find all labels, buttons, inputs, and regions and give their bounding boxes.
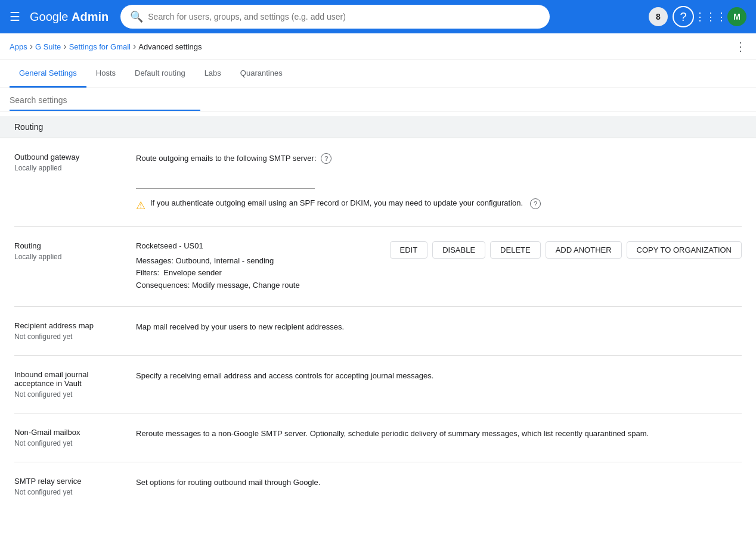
breadcrumb-chevron-2: › (63, 41, 66, 52)
inbound-email-journal-label: Inbound email journal acceptance in Vaul… (14, 370, 122, 399)
search-settings-bar (0, 88, 756, 111)
breadcrumb: Apps › G Suite › Settings for Gmail › Ad… (0, 33, 756, 60)
routing-filters: Filters: Envelope sender (136, 267, 300, 279)
user-avatar[interactable]: M (727, 7, 746, 26)
tab-quarantines[interactable]: Quarantines (231, 60, 292, 88)
breadcrumb-settings-gmail[interactable]: Settings for Gmail (69, 42, 131, 51)
non-gmail-mailbox-content: Reroute messages to a non-Google SMTP se… (136, 428, 742, 447)
nav-right-actions: 8 ? ⋮⋮⋮ M (649, 5, 746, 29)
outbound-gateway-label: Outbound gateway Locally applied (14, 153, 122, 212)
routing-messages: Messages: Outbound, Internal - sending (136, 255, 300, 268)
recipient-address-map-content: Map mail received by your users to new r… (136, 321, 742, 341)
warning-text: If you authenticate outgoing email using… (150, 198, 523, 207)
routing-consequences: Consequences: Modify message, Change rou… (136, 279, 300, 292)
spf-warning-box: ⚠ If you authenticate outgoing email usi… (136, 198, 742, 212)
warning-icon: ⚠ (136, 199, 145, 212)
copy-to-org-button[interactable]: COPY TO ORGANIZATION (627, 241, 742, 259)
smtp-relay-service-row: SMTP relay service Not configured yet Se… (14, 462, 742, 511)
more-options-icon[interactable]: ⋮ (735, 39, 746, 54)
outbound-gateway-help-icon[interactable]: ? (321, 153, 331, 164)
inbound-email-journal-row: Inbound email journal acceptance in Vaul… (14, 356, 742, 413)
breadcrumb-current: Advanced settings (138, 42, 202, 51)
routing-action-buttons: EDIT DISABLE DELETE ADD ANOTHER COPY TO … (390, 241, 742, 259)
routing-top: Rocketseed - US01 Messages: Outbound, In… (136, 241, 742, 292)
outbound-gateway-desc: Route outgoing emails to the following S… (136, 154, 317, 163)
help-button[interactable]: ? (673, 6, 694, 27)
breadcrumb-chevron-3: › (133, 41, 136, 52)
tab-hosts[interactable]: Hosts (86, 60, 125, 88)
routing-content: Rocketseed - US01 Messages: Outbound, In… (136, 241, 742, 292)
tab-general-settings[interactable]: General Settings (10, 60, 86, 88)
top-navigation: ☰ Google Admin 🔍 8 ? ⋮⋮⋮ M (0, 0, 756, 33)
recipient-address-map-row: Recipient address map Not configured yet… (14, 307, 742, 356)
inbound-email-journal-desc: Specify a receiving email address and ac… (136, 371, 433, 380)
search-settings-input[interactable] (10, 95, 200, 111)
outbound-gateway-row: Outbound gateway Locally applied Route o… (14, 138, 742, 227)
smtp-relay-service-label: SMTP relay service Not configured yet (14, 477, 122, 496)
non-gmail-mailbox-row: Non-Gmail mailbox Not configured yet Rer… (14, 413, 742, 462)
apps-grid-button[interactable]: ⋮⋮⋮ (699, 5, 723, 29)
recipient-address-map-desc: Map mail received by your users to new r… (136, 322, 344, 331)
breadcrumb-chevron-1: › (30, 41, 33, 52)
global-search-input[interactable] (148, 12, 540, 21)
notifications-button[interactable]: 8 (649, 7, 668, 26)
breadcrumb-apps[interactable]: Apps (10, 42, 27, 51)
non-gmail-mailbox-label: Non-Gmail mailbox Not configured yet (14, 428, 122, 447)
recipient-address-map-label: Recipient address map Not configured yet (14, 321, 122, 341)
app-logo: Google Admin (30, 10, 109, 24)
non-gmail-mailbox-desc: Reroute messages to a non-Google SMTP se… (136, 429, 649, 438)
edit-button[interactable]: EDIT (390, 241, 428, 259)
smtp-server-input[interactable] (136, 174, 315, 189)
routing-entry: Rocketseed - US01 Messages: Outbound, In… (136, 241, 300, 292)
disable-button[interactable]: DISABLE (432, 241, 485, 259)
search-icon: 🔍 (130, 10, 143, 23)
breadcrumb-gsuite[interactable]: G Suite (35, 42, 61, 51)
routing-section-header: Routing (0, 116, 756, 138)
tab-default-routing[interactable]: Default routing (125, 60, 195, 88)
tab-labs[interactable]: Labs (195, 60, 231, 88)
warning-help-icon[interactable]: ? (530, 198, 541, 209)
delete-button[interactable]: DELETE (490, 241, 541, 259)
outbound-gateway-content: Route outgoing emails to the following S… (136, 153, 742, 212)
smtp-relay-service-content: Set options for routing outbound mail th… (136, 477, 742, 496)
inbound-email-journal-content: Specify a receiving email address and ac… (136, 370, 742, 399)
add-another-button[interactable]: ADD ANOTHER (546, 241, 622, 259)
smtp-relay-service-desc: Set options for routing outbound mail th… (136, 478, 320, 487)
hamburger-menu-icon[interactable]: ☰ (10, 10, 20, 24)
settings-content: Outbound gateway Locally applied Route o… (0, 138, 756, 511)
tabs-bar: General Settings Hosts Default routing L… (0, 60, 756, 88)
routing-label: Routing Locally applied (14, 241, 122, 292)
global-search-bar[interactable]: 🔍 (120, 5, 550, 29)
routing-row: Routing Locally applied Rocketseed - US0… (14, 227, 742, 307)
